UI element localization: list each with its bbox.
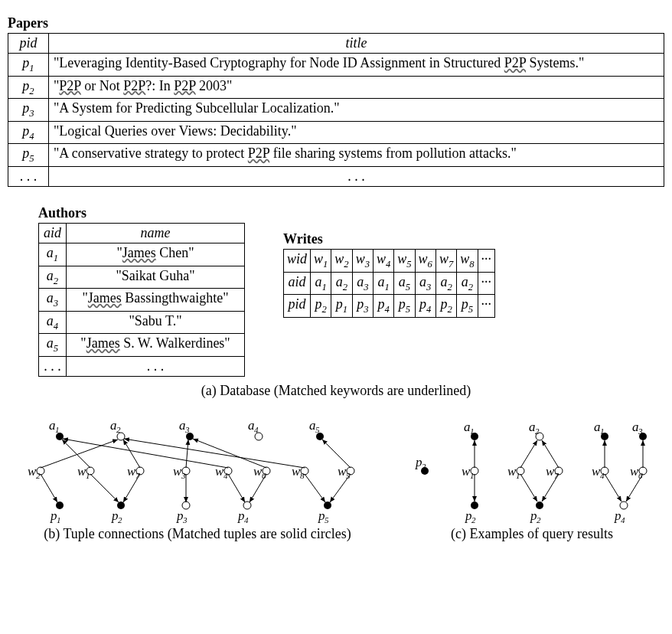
writes-wid: w4 [373,249,393,272]
svg-line-67 [305,474,325,502]
papers-row-title: "Leveraging Identity-Based Cryptography … [49,54,664,77]
svg-point-42 [117,502,125,509]
svg-text:4: 4 [254,425,259,434]
papers-ellipsis-pid: . . . [8,166,49,186]
caption-b: (b) Tuple connections (Matched tuples ar… [14,526,381,542]
authors-label: Authors [38,205,245,221]
papers-row-pid: p4 [8,121,49,144]
papers-ellipsis-title: . . . [49,166,664,186]
svg-text:2: 2 [422,462,426,471]
writes-label: Writes [283,231,495,247]
writes-ell: ··· [478,249,495,272]
authors-row-aid: a5 [39,334,67,357]
writes-aid: a3 [352,272,373,295]
writes-aid: a1 [311,272,331,295]
svg-text:3: 3 [638,426,643,436]
papers-table: pid title p1 "Leveraging Identity-Based … [8,33,664,187]
papers-row-pid: p5 [8,144,49,167]
svg-line-113 [520,474,537,502]
writes-pid: p3 [352,295,373,318]
papers-label: Papers [8,15,664,31]
authors-row-aid: a1 [39,243,67,266]
svg-text:2: 2 [36,471,41,480]
svg-text:1: 1 [470,471,475,480]
svg-text:1: 1 [57,515,61,525]
writes-wid: w2 [331,249,352,272]
svg-point-48 [243,502,251,509]
papers-row-pid: p3 [8,99,49,122]
writes-aid: a2 [435,272,456,295]
writes-ell: ··· [478,295,495,318]
writes-pid: p5 [457,295,478,318]
writes-wid: w3 [352,249,373,272]
svg-line-54 [62,440,90,468]
writes-wid: w1 [311,249,331,272]
svg-text:2: 2 [118,515,122,525]
writes-aid: a2 [457,272,478,295]
svg-text:4: 4 [223,471,228,480]
svg-text:8: 8 [300,471,305,480]
writes-aid: a3 [415,272,435,295]
svg-point-45 [182,502,190,509]
svg-text:4: 4 [621,515,625,525]
writes-pid: p4 [415,295,435,318]
caption-a: (a) Database (Matched keywords are under… [8,383,664,399]
svg-point-39 [56,502,64,509]
svg-text:1: 1 [86,471,90,480]
svg-line-57 [41,474,57,502]
writes-wid: w5 [394,249,415,272]
writes-pid: p4 [373,295,393,318]
svg-text:2: 2 [535,426,540,436]
writes-ell: ··· [478,272,495,295]
authors-row-name: "Saikat Guha" [67,266,245,289]
authors-row-name: "James Chen" [67,243,245,266]
authors-row-aid: a3 [39,289,67,312]
svg-text:2: 2 [116,425,121,434]
graph-c: p2 a1 w1 p2 a2 w1 w7 p2 a1 a3 w4 w6 p4 [406,417,658,525]
svg-text:1: 1 [600,426,605,436]
papers-row-pid: p2 [8,76,49,99]
svg-text:2: 2 [537,515,541,525]
svg-line-63 [228,474,245,502]
graph-b: a1 a2 a3 a4 a5 w2 w1 w7 w3 w4 w6 w8 w5 p… [14,417,381,525]
svg-line-55 [90,474,119,502]
writes-wid: w6 [415,249,435,272]
svg-point-51 [324,502,331,509]
svg-point-91 [536,502,543,509]
authors-header-name: name [67,223,245,243]
writes-header-pid: pid [284,295,311,318]
writes-aid: a5 [394,272,415,295]
svg-text:4: 4 [600,471,605,480]
authors-ellipsis-name: . . . [67,356,245,376]
caption-c: (c) Examples of query results [406,526,658,542]
svg-line-117 [605,474,621,502]
svg-text:3: 3 [182,515,188,525]
papers-row-title: "Logical Queries over Views: Decidabilit… [49,121,664,144]
writes-header-wid: wid [284,249,311,272]
papers-row-title: "A conservative strategy to protect P2P … [49,144,664,167]
papers-header-pid: pid [8,34,49,54]
papers-row-pid: p1 [8,54,49,77]
writes-aid: a1 [373,272,393,295]
svg-text:3: 3 [181,471,186,480]
svg-point-79 [471,502,478,509]
authors-row-name: "James Bassingthwaighte" [67,289,245,312]
writes-aid: a2 [331,272,352,295]
writes-table: wid w1 w2 w3 w4 w5 w6 w7 w8 ··· aid a1 a… [283,249,495,318]
writes-pid: p2 [435,295,456,318]
writes-wid: w8 [457,249,478,272]
svg-line-60 [186,440,188,468]
writes-pid: p2 [311,295,331,318]
svg-text:5: 5 [315,425,320,434]
svg-line-111 [520,440,537,468]
authors-ellipsis-aid: . . . [39,356,67,376]
svg-line-66 [124,439,305,468]
papers-header-title: title [49,34,664,54]
svg-line-68 [322,440,351,468]
authors-row-name: "Sabu T." [67,311,245,334]
authors-row-name: "James S. W. Walkerdines" [67,334,245,357]
writes-pid: p1 [331,295,352,318]
svg-text:1: 1 [470,426,475,436]
authors-row-aid: a2 [39,266,67,289]
authors-table: aid name a1 "James Chen" a2 "Saikat Guha… [38,223,245,377]
